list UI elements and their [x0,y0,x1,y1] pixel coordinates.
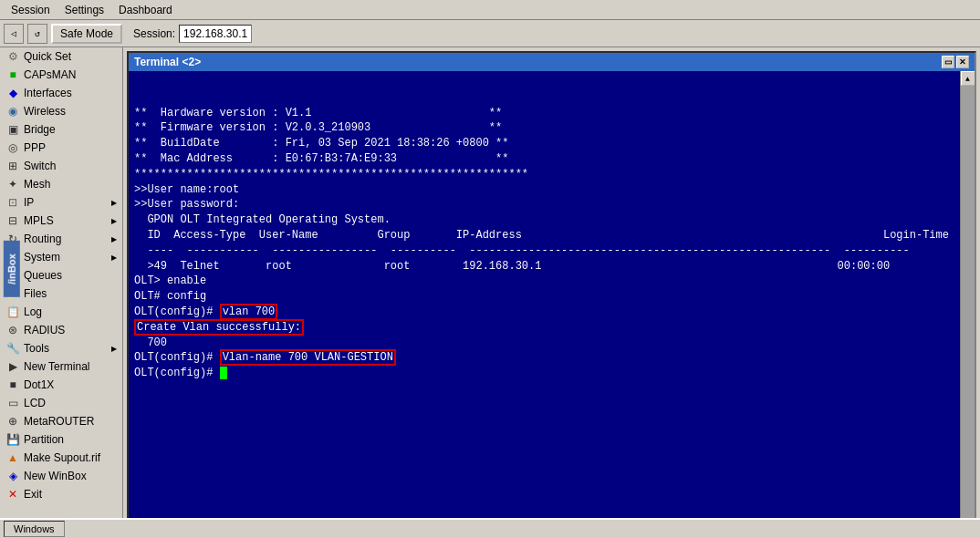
terminal-scrollbar[interactable]: ▲ ▼ [960,71,975,533]
sidebar-item-wireless[interactable]: ◉ Wireless [0,102,122,120]
sidebar-label-mesh: Mesh [24,178,50,191]
tools-icon: 🔧 [5,341,20,356]
new-terminal-icon: ▶ [5,359,20,374]
lcd-icon: ▭ [5,396,20,410]
quick-set-icon: ⚙ [5,49,20,64]
wireless-icon: ◉ [5,104,20,119]
sidebar-label-mpls: MPLS [24,214,54,227]
mpls-arrow-icon: ▶ [111,217,117,225]
sidebar-label-switch: Switch [24,160,56,172]
sidebar-item-capsman[interactable]: ■ CAPsMAN [0,66,122,84]
sidebar-label-radius: RADIUS [24,324,65,336]
sidebar-item-new-terminal[interactable]: ▶ New Terminal [0,357,122,376]
terminal-area: Terminal <2> ▭ ✕ ** Hardware version : V… [123,47,980,538]
partition-icon: 💾 [5,432,20,447]
sidebar-item-radius[interactable]: ⊛ RADIUS [0,321,122,339]
sidebar-item-bridge[interactable]: ▣ Bridge [0,120,122,139]
main-layout: ⚙ Quick Set ■ CAPsMAN ◆ Interfaces ◉ Wir… [0,47,980,538]
terminal-window: Terminal <2> ▭ ✕ ** Hardware version : V… [127,51,976,534]
sidebar-label-ppp: PPP [24,141,46,154]
log-icon: 📋 [5,305,20,319]
sidebar-label-system: System [24,251,60,264]
sidebar-label-lcd: LCD [24,397,46,409]
winbox-label: /inBox [4,241,20,297]
sidebar-item-tools[interactable]: 🔧 Tools ▶ [0,339,122,357]
sidebar-label-interfaces: Interfaces [24,87,72,99]
toolbar-btn-refresh[interactable]: ↺ [27,24,47,44]
safe-mode-button[interactable]: Safe Mode [51,24,122,44]
terminal-titlebar: Terminal <2> ▭ ✕ [129,53,975,71]
ip-icon: ⊡ [5,195,20,210]
sidebar-item-quick-set[interactable]: ⚙ Quick Set [0,47,122,66]
taskbar: Windows [0,518,980,538]
mesh-icon: ✦ [5,177,20,191]
sidebar-label-bridge: Bridge [24,123,56,136]
taskbar-windows-button[interactable]: Windows [4,521,65,537]
session-value: 192.168.30.1 [179,25,252,43]
new-winbox-icon: ◈ [5,469,20,483]
terminal-body: ** Hardware version : V1.1 **** Firmware… [129,71,975,533]
sidebar-label-ip: IP [24,196,34,209]
session-label: Session: [133,27,175,40]
routing-arrow-icon: ▶ [111,235,117,243]
sidebar-label-new-winbox: New WinBox [24,470,87,482]
sidebar-item-interfaces[interactable]: ◆ Interfaces [0,84,122,102]
sidebar-item-dot1x[interactable]: ■ Dot1X [0,376,122,394]
make-supout-icon: ▲ [5,450,20,465]
scroll-track[interactable] [961,86,975,518]
toolbar-btn-left[interactable]: ◁ [4,24,24,44]
ip-arrow-icon: ▶ [111,199,117,207]
capsman-icon: ■ [5,67,20,82]
sidebar-item-new-winbox[interactable]: ◈ New WinBox [0,467,122,485]
sidebar-item-ip[interactable]: ⊡ IP ▶ [0,193,122,212]
sidebar-label-tools: Tools [24,342,49,355]
sidebar-item-exit[interactable]: ✕ Exit [0,485,122,503]
menu-settings[interactable]: Settings [57,2,111,18]
dot1x-icon: ■ [5,378,20,392]
metarouter-icon: ⊕ [5,414,20,429]
sidebar-item-partition[interactable]: 💾 Partition [0,430,122,449]
bridge-icon: ▣ [5,122,20,137]
sidebar-label-capsman: CAPsMAN [24,68,76,81]
terminal-title: Terminal <2> [134,56,201,68]
sidebar-item-make-supout[interactable]: ▲ Make Supout.rif [0,449,122,467]
terminal-close-button[interactable]: ✕ [956,56,969,68]
sidebar-label-queues: Queues [24,269,62,282]
sidebar-label-routing: Routing [24,233,61,245]
switch-icon: ⊞ [5,159,20,173]
system-arrow-icon: ▶ [111,253,117,262]
exit-icon: ✕ [5,487,20,502]
sidebar-label-exit: Exit [24,488,42,501]
sidebar-label-new-terminal: New Terminal [24,360,89,373]
scroll-up-button[interactable]: ▲ [961,71,975,86]
sidebar-item-metarouter[interactable]: ⊕ MetaROUTER [0,412,122,430]
sidebar-label-files: Files [24,287,47,300]
sidebar-item-log[interactable]: 📋 Log [0,303,122,321]
sidebar-item-mesh[interactable]: ✦ Mesh [0,175,122,193]
sidebar-item-switch[interactable]: ⊞ Switch [0,157,122,175]
mpls-icon: ⊟ [5,213,20,228]
sidebar-item-ppp[interactable]: ◎ PPP [0,139,122,157]
tools-arrow-icon: ▶ [111,345,117,353]
toolbar: ◁ ↺ Safe Mode Session: 192.168.30.1 [0,20,980,47]
terminal-titlebar-buttons: ▭ ✕ [942,56,969,68]
sidebar-label-quick-set: Quick Set [24,50,71,63]
terminal-restore-button[interactable]: ▭ [942,56,954,68]
menu-session[interactable]: Session [4,2,57,18]
sidebar-label-make-supout: Make Supout.rif [24,451,100,464]
radius-icon: ⊛ [5,323,20,337]
ppp-icon: ◎ [5,140,20,155]
sidebar-label-wireless: Wireless [24,105,66,118]
sidebar-label-dot1x: Dot1X [24,378,54,391]
sidebar-item-lcd[interactable]: ▭ LCD [0,394,122,412]
interfaces-icon: ◆ [5,86,20,100]
sidebar-label-log: Log [24,305,42,318]
sidebar-label-partition: Partition [24,433,64,446]
sidebar-item-mpls[interactable]: ⊟ MPLS ▶ [0,212,122,230]
sidebar-label-metarouter: MetaROUTER [24,415,94,428]
menu-dashboard[interactable]: Dashboard [111,2,180,18]
terminal-content[interactable]: ** Hardware version : V1.1 **** Firmware… [129,71,960,533]
menu-bar: Session Settings Dashboard [0,0,980,20]
